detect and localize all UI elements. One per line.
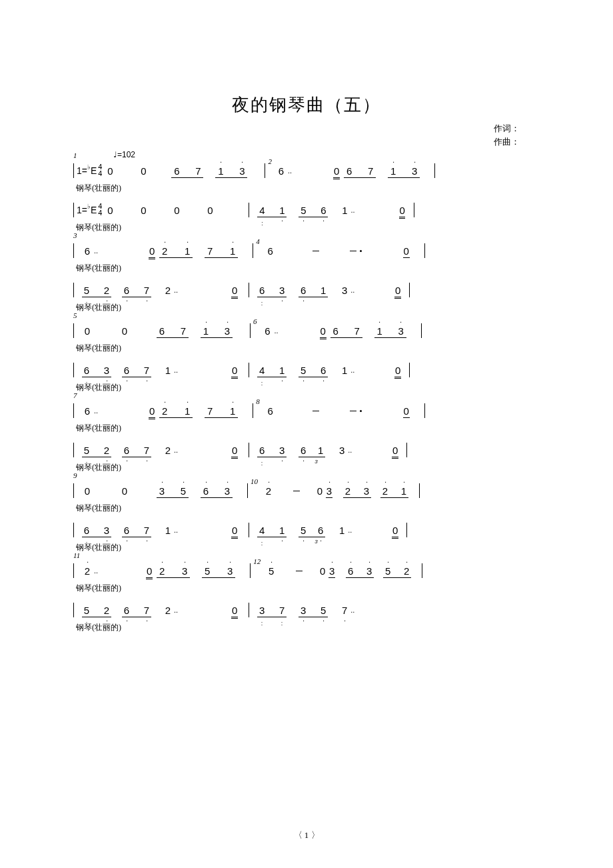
instrument-label: 钢琴(壮丽的) <box>73 462 546 473</box>
measure-number: 5 <box>73 312 77 319</box>
system-3: 5 0 0 67 13 6 6.. 0 67 13 钢琴(壮丽的) 63 67 … <box>73 320 546 393</box>
credits: 作词： 作曲： <box>67 122 546 148</box>
instrument-label: 钢琴(壮丽的) <box>73 542 546 553</box>
instrument-label: 钢琴(壮丽的) <box>73 382 546 393</box>
measure-number: 4 <box>256 238 260 245</box>
system-6: 11 2.. 0 23 53 12 5 03 63 52 钢琴(壮丽的) 52 … <box>73 560 546 633</box>
system-5: 9 0 0 35 63 10 2 03 23 21 钢琴(壮丽的) 63 67 … <box>73 480 546 553</box>
measure-number: 8 <box>256 398 260 405</box>
instrument-label: 钢琴(壮丽的) <box>73 622 546 633</box>
staff-lower-m7-8: 52 67 2.. 0 63 631 3.. 0 <box>73 439 546 461</box>
instrument-label: 钢琴(壮丽的) <box>73 263 546 274</box>
measure-number: 11 <box>73 552 80 559</box>
staff-upper-m9-10: 9 0 0 35 63 10 2 03 23 21 <box>73 480 546 501</box>
measure-number: 6 <box>253 318 257 325</box>
system-4: 7 6.. 0 21 71 8 6 0 钢琴(壮丽的) 52 67 2.. 0 <box>73 400 546 473</box>
system-1: 1 ♩=102 1=♭E 44 0 0 67 13 2 6.. 0 67 13 … <box>73 160 546 233</box>
instrument-label: 钢琴(壮丽的) <box>73 583 546 594</box>
key-time-signature: 1=♭E 44 <box>77 164 103 177</box>
instrument-label: 钢琴(壮丽的) <box>73 503 546 514</box>
staff-lower-m9-10: 63 67 1.. 0 41 536 1.. 0 <box>73 519 546 541</box>
measure-number: 10 <box>251 478 258 485</box>
staff-lower-m11-12: 52 67 2.. 0 37 35 7.. <box>73 599 546 621</box>
measure-number: 1 <box>73 152 77 159</box>
measure-number: 2 <box>268 158 272 165</box>
score-title: 夜的钢琴曲（五） <box>67 93 546 117</box>
staff-upper-m11-12: 11 2.. 0 23 53 12 5 03 63 52 <box>73 560 546 581</box>
instrument-label: 钢琴(壮丽的) <box>73 423 546 434</box>
music-systems: 1 ♩=102 1=♭E 44 0 0 67 13 2 6.. 0 67 13 … <box>67 160 546 633</box>
instrument-label: 钢琴(壮丽的) <box>73 302 546 313</box>
staff-lower-m5-6: 63 67 1.. 0 41 56 1.. 0 <box>73 359 546 381</box>
lyricist-label: 作词： <box>67 122 520 135</box>
measure-number: 3 <box>73 232 77 239</box>
staff-lower-m1-2: 1=♭E 44 0 0 0 0 41 56 1.. 0 <box>73 199 546 221</box>
page-number: 〈 1 〉 <box>294 829 320 841</box>
staff-upper-m7-8: 7 6.. 0 21 71 8 6 0 <box>73 400 546 421</box>
key-time-signature: 1=♭E 44 <box>77 203 103 217</box>
composer-label: 作曲： <box>67 135 520 149</box>
staff-upper-m3-4: 3 6.. 0 21 71 4 6 0 <box>73 240 546 261</box>
staff-lower-m3-4: 52 67 2.. 0 63 61 3.. 0 <box>73 279 546 301</box>
system-2: 3 6.. 0 21 71 4 6 0 钢琴(壮丽的) 52 67 2.. 0 <box>73 240 546 313</box>
staff-upper-m1-2: 1 ♩=102 1=♭E 44 0 0 67 13 2 6.. 0 67 13 <box>73 160 546 181</box>
measure-number: 12 <box>253 558 261 565</box>
measure-number: 9 <box>73 472 77 479</box>
measure-number: 7 <box>73 392 77 399</box>
staff-upper-m5-6: 5 0 0 67 13 6 6.. 0 67 13 <box>73 320 546 341</box>
instrument-label: 钢琴(壮丽的) <box>73 222 546 233</box>
instrument-label: 钢琴(壮丽的) <box>73 183 546 194</box>
tempo-marking: ♩=102 <box>113 151 135 159</box>
instrument-label: 钢琴(壮丽的) <box>73 343 546 354</box>
